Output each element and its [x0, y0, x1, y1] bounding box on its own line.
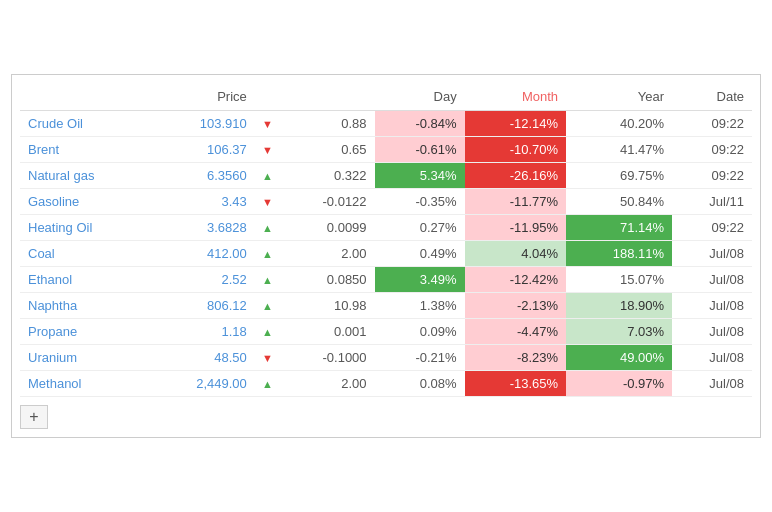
commodity-year: 40.20% — [566, 111, 672, 137]
arrow-down-icon: ▼ — [262, 196, 273, 208]
commodity-arrow: ▼ — [255, 189, 280, 215]
arrow-down-icon: ▼ — [262, 144, 273, 156]
commodity-day: -0.21% — [375, 345, 465, 371]
commodity-change: -0.1000 — [280, 345, 375, 371]
commodities-table: Price Day Month Year Date Crude Oil103.9… — [20, 83, 752, 397]
col-header-day: Day — [375, 83, 465, 111]
commodity-year: -0.97% — [566, 371, 672, 397]
commodity-price: 3.43 — [150, 189, 255, 215]
commodity-name[interactable]: Uranium — [20, 345, 150, 371]
commodity-change: 2.00 — [280, 371, 375, 397]
arrow-down-icon: ▼ — [262, 118, 273, 130]
table-row: Propane1.18▲0.0010.09%-4.47%7.03%Jul/08 — [20, 319, 752, 345]
commodity-arrow: ▲ — [255, 371, 280, 397]
commodity-year: 49.00% — [566, 345, 672, 371]
table-row: Crude Oil103.910▼0.88-0.84%-12.14%40.20%… — [20, 111, 752, 137]
commodity-arrow: ▲ — [255, 241, 280, 267]
col-header-month: Month — [465, 83, 566, 111]
commodity-price: 48.50 — [150, 345, 255, 371]
commodity-date: Jul/08 — [672, 319, 752, 345]
commodity-day: -0.84% — [375, 111, 465, 137]
commodity-price: 412.00 — [150, 241, 255, 267]
commodity-month: -11.95% — [465, 215, 566, 241]
arrow-up-icon: ▲ — [262, 300, 273, 312]
commodity-price: 2.52 — [150, 267, 255, 293]
commodity-month: -2.13% — [465, 293, 566, 319]
commodity-month: 4.04% — [465, 241, 566, 267]
commodity-name[interactable]: Crude Oil — [20, 111, 150, 137]
commodity-day: 1.38% — [375, 293, 465, 319]
commodity-change: 0.0850 — [280, 267, 375, 293]
commodity-date: Jul/08 — [672, 371, 752, 397]
table-row: Naphtha806.12▲10.981.38%-2.13%18.90%Jul/… — [20, 293, 752, 319]
commodity-name[interactable]: Natural gas — [20, 163, 150, 189]
commodity-change: -0.0122 — [280, 189, 375, 215]
commodity-year: 41.47% — [566, 137, 672, 163]
arrow-up-icon: ▲ — [262, 248, 273, 260]
table-row: Ethanol2.52▲0.08503.49%-12.42%15.07%Jul/… — [20, 267, 752, 293]
commodity-arrow: ▲ — [255, 319, 280, 345]
commodity-change: 2.00 — [280, 241, 375, 267]
commodity-year: 7.03% — [566, 319, 672, 345]
commodity-change: 0.65 — [280, 137, 375, 163]
commodity-date: Jul/11 — [672, 189, 752, 215]
add-row-button[interactable]: + — [20, 405, 48, 429]
table-row: Uranium48.50▼-0.1000-0.21%-8.23%49.00%Ju… — [20, 345, 752, 371]
commodity-month: -10.70% — [465, 137, 566, 163]
commodity-name[interactable]: Methanol — [20, 371, 150, 397]
commodity-name[interactable]: Naphtha — [20, 293, 150, 319]
table-row: Natural gas6.3560▲0.3225.34%-26.16%69.75… — [20, 163, 752, 189]
commodity-change: 0.88 — [280, 111, 375, 137]
col-header-price: Price — [150, 83, 255, 111]
commodity-date: Jul/08 — [672, 345, 752, 371]
commodity-day: 0.27% — [375, 215, 465, 241]
commodity-month: -12.42% — [465, 267, 566, 293]
arrow-up-icon: ▲ — [262, 170, 273, 182]
commodity-price: 2,449.00 — [150, 371, 255, 397]
commodity-name[interactable]: Coal — [20, 241, 150, 267]
commodity-year: 71.14% — [566, 215, 672, 241]
table-row: Gasoline3.43▼-0.0122-0.35%-11.77%50.84%J… — [20, 189, 752, 215]
commodity-month: -8.23% — [465, 345, 566, 371]
arrow-up-icon: ▲ — [262, 274, 273, 286]
table-row: Methanol2,449.00▲2.000.08%-13.65%-0.97%J… — [20, 371, 752, 397]
commodity-date: Jul/08 — [672, 241, 752, 267]
col-header-name — [20, 83, 150, 111]
commodity-arrow: ▼ — [255, 345, 280, 371]
col-header-arrow — [255, 83, 280, 111]
commodity-change: 10.98 — [280, 293, 375, 319]
commodity-day: -0.61% — [375, 137, 465, 163]
table-row: Coal412.00▲2.000.49%4.04%188.11%Jul/08 — [20, 241, 752, 267]
commodity-name[interactable]: Heating Oil — [20, 215, 150, 241]
commodity-year: 188.11% — [566, 241, 672, 267]
col-header-date: Date — [672, 83, 752, 111]
commodity-month: -26.16% — [465, 163, 566, 189]
commodity-date: Jul/08 — [672, 293, 752, 319]
commodity-year: 18.90% — [566, 293, 672, 319]
commodity-day: 0.08% — [375, 371, 465, 397]
commodity-price: 106.37 — [150, 137, 255, 163]
commodity-arrow: ▲ — [255, 215, 280, 241]
commodity-name[interactable]: Gasoline — [20, 189, 150, 215]
commodity-name[interactable]: Propane — [20, 319, 150, 345]
commodities-table-container: Price Day Month Year Date Crude Oil103.9… — [11, 74, 761, 438]
commodity-price: 806.12 — [150, 293, 255, 319]
commodity-name[interactable]: Ethanol — [20, 267, 150, 293]
commodity-change: 0.322 — [280, 163, 375, 189]
commodity-price: 1.18 — [150, 319, 255, 345]
commodity-month: -12.14% — [465, 111, 566, 137]
commodity-price: 3.6828 — [150, 215, 255, 241]
commodity-year: 69.75% — [566, 163, 672, 189]
arrow-up-icon: ▲ — [262, 378, 273, 390]
commodity-year: 15.07% — [566, 267, 672, 293]
arrow-up-icon: ▲ — [262, 326, 273, 338]
col-header-change — [280, 83, 375, 111]
col-header-year: Year — [566, 83, 672, 111]
arrow-down-icon: ▼ — [262, 352, 273, 364]
table-row: Heating Oil3.6828▲0.00990.27%-11.95%71.1… — [20, 215, 752, 241]
commodity-month: -13.65% — [465, 371, 566, 397]
commodity-day: 3.49% — [375, 267, 465, 293]
commodity-date: 09:22 — [672, 215, 752, 241]
commodity-date: 09:22 — [672, 137, 752, 163]
commodity-name[interactable]: Brent — [20, 137, 150, 163]
